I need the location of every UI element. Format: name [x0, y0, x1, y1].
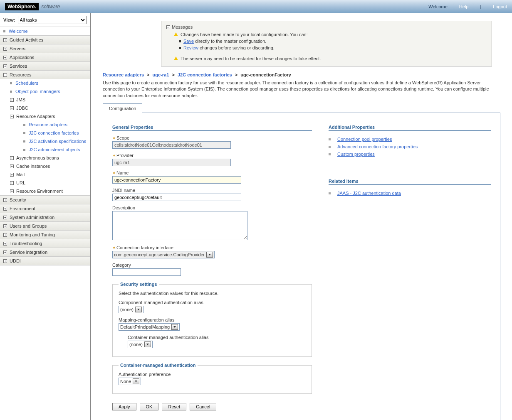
required-icon: ✶ — [112, 153, 116, 158]
dropdown-icon[interactable] — [135, 307, 142, 312]
expand-icon[interactable]: + — [3, 207, 7, 211]
cfi-select[interactable]: com.geoconcept.ugc.service.CodingProvide… — [112, 251, 215, 258]
category-input[interactable] — [112, 268, 181, 276]
restart-text: The server may need to be restarted for … — [181, 56, 321, 61]
bullet-icon — [23, 149, 25, 151]
nav-troubleshooting[interactable]: +Troubleshooting — [0, 239, 90, 248]
bullet-icon — [179, 47, 181, 49]
nav-users-groups[interactable]: +Users and Groups — [0, 222, 90, 230]
name-input[interactable] — [112, 176, 241, 184]
nav-schedulers[interactable]: Schedulers — [0, 79, 90, 87]
crumb-resource-adapters[interactable]: Resource adapters — [103, 72, 144, 77]
expand-icon[interactable]: + — [3, 38, 7, 42]
product-subtitle: software — [41, 4, 60, 10]
save-link[interactable]: Save — [183, 39, 194, 44]
apply-button[interactable]: Apply — [112, 403, 136, 410]
mapping-alias-select[interactable]: DefaultPrincipalMapping — [119, 323, 180, 331]
crumb-j2c-conn-factories[interactable]: J2C connection factories — [178, 72, 232, 77]
expand-icon[interactable]: + — [3, 198, 7, 202]
container-alias-select[interactable]: (none) — [128, 341, 153, 348]
nav-resource-environment[interactable]: +Resource Environment — [0, 187, 90, 195]
expand-icon[interactable]: + — [3, 259, 7, 263]
expand-icon[interactable]: + — [10, 173, 14, 177]
nav-security[interactable]: +Security — [0, 196, 90, 204]
nav-resource-adapters[interactable]: −Resource Adapters — [0, 112, 90, 120]
bullet-icon — [329, 138, 331, 140]
bullet-icon — [23, 124, 25, 126]
nav-cache-instances[interactable]: +Cache instances — [0, 162, 90, 170]
expand-icon[interactable]: + — [3, 251, 7, 254]
nav-uddi[interactable]: +UDDI — [0, 257, 90, 265]
nav-async-beans[interactable]: +Asynchronous beans — [0, 154, 90, 162]
category-label: Category — [112, 263, 131, 268]
expand-icon[interactable]: + — [3, 56, 7, 59]
general-properties-title: General Properties — [112, 125, 312, 131]
crumb-ugc-ra1[interactable]: ugc-ra1 — [153, 72, 169, 77]
view-select[interactable]: All tasks — [18, 16, 87, 24]
component-alias-label: Component-managed authentication alias — [119, 300, 203, 305]
nav-services[interactable]: +Services — [0, 62, 90, 70]
expand-icon[interactable]: + — [10, 106, 14, 110]
expand-icon[interactable]: + — [3, 242, 7, 246]
nav-environment[interactable]: +Environment — [0, 204, 90, 213]
additional-properties-title: Additional Properties — [329, 125, 491, 131]
expand-icon[interactable]: + — [10, 98, 14, 102]
expand-icon[interactable]: + — [3, 233, 7, 237]
expand-icon[interactable]: + — [3, 224, 7, 228]
nav-jdbc[interactable]: +JDBC — [0, 104, 90, 112]
nav-url[interactable]: +URL — [0, 179, 90, 187]
review-link[interactable]: Review — [183, 45, 198, 50]
dropdown-icon[interactable] — [206, 252, 213, 258]
dropdown-icon[interactable] — [133, 378, 139, 384]
nav-welcome[interactable]: Welcome — [0, 27, 90, 35]
link-advanced-cf[interactable]: Advanced connection factory properties — [337, 144, 418, 149]
expand-icon[interactable]: + — [3, 64, 7, 68]
expand-icon[interactable]: + — [10, 181, 14, 185]
expand-icon[interactable]: + — [10, 189, 14, 193]
help-link[interactable]: Help — [459, 4, 469, 9]
nav-mail[interactable]: +Mail — [0, 170, 90, 179]
bullet-icon — [179, 40, 181, 42]
component-alias-select[interactable]: (none) — [119, 306, 143, 313]
expand-icon[interactable]: + — [3, 216, 7, 219]
jndi-input[interactable] — [112, 194, 241, 201]
collapse-icon[interactable]: − — [166, 25, 170, 29]
review-tail-text: changes before saving or discarding. — [198, 45, 275, 50]
auth-pref-select[interactable]: None — [119, 378, 141, 385]
security-hint: Select the authentication values for thi… — [119, 291, 306, 296]
expand-icon[interactable]: + — [3, 47, 7, 51]
nav-system-administration[interactable]: +System administration — [0, 213, 90, 221]
cancel-button[interactable]: Cancel — [190, 403, 216, 410]
nav-resources[interactable]: −Resources — [0, 71, 90, 79]
nav-monitoring-tuning[interactable]: +Monitoring and Tuning — [0, 231, 90, 239]
description-label: Description — [112, 205, 135, 210]
container-managed-auth-fieldset: Container-managed authentication Authent… — [112, 363, 312, 394]
required-icon: ✶ — [112, 246, 116, 250]
collapse-icon[interactable]: − — [3, 73, 7, 77]
nav-jms[interactable]: +JMS — [0, 96, 90, 104]
link-connection-pool[interactable]: Connection pool properties — [337, 137, 392, 142]
link-custom-props[interactable]: Custom properties — [337, 152, 375, 157]
expand-icon[interactable]: + — [10, 156, 14, 160]
reset-button[interactable]: Reset — [162, 403, 186, 410]
nav-resource-adapters-link[interactable]: Resource adapters — [0, 120, 90, 129]
nav-applications[interactable]: +Applications — [0, 53, 90, 61]
collapse-icon[interactable]: − — [10, 115, 14, 118]
ok-button[interactable]: OK — [140, 403, 159, 410]
link-jaas[interactable]: JAAS - J2C authentication data — [337, 191, 401, 196]
nav-servers[interactable]: +Servers — [0, 44, 90, 53]
dropdown-icon[interactable] — [171, 324, 178, 330]
logout-link[interactable]: Logout — [493, 4, 507, 9]
warning-icon — [174, 56, 178, 60]
expand-icon[interactable]: + — [10, 165, 14, 168]
messages-title: Messages — [172, 25, 193, 29]
description-textarea[interactable] — [112, 211, 247, 240]
nav-j2c-connection-factories[interactable]: J2C connection factories — [0, 129, 90, 137]
nav-service-integration[interactable]: +Service integration — [0, 248, 90, 256]
nav-j2c-administered-objects[interactable]: J2C administered objects — [0, 145, 90, 154]
nav-j2c-activation-specs[interactable]: J2C activation specifications — [0, 137, 90, 145]
dropdown-icon[interactable] — [144, 341, 151, 347]
nav-object-pool-managers[interactable]: Object pool managers — [0, 87, 90, 96]
nav-guided-activities[interactable]: +Guided Activities — [0, 36, 90, 44]
tab-configuration[interactable]: Configuration — [103, 103, 142, 113]
